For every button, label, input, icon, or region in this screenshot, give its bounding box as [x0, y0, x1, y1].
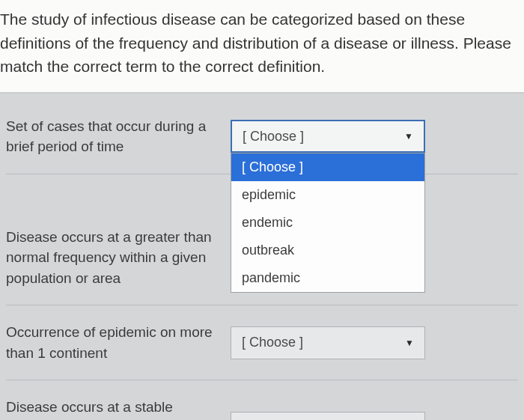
chevron-down-icon: ▼: [404, 131, 413, 141]
select-value: [ Choose ]: [243, 129, 304, 144]
match-row: Disease occurs at a stable frequency wit…: [6, 380, 518, 420]
dropdown-list: [ Choose ] epidemic endemic outbreak pan…: [231, 153, 425, 293]
option-placeholder[interactable]: [ Choose ]: [231, 153, 424, 181]
select-wrap-4: [ Choose ] ▼: [231, 412, 425, 420]
option-endemic[interactable]: endemic: [231, 209, 424, 237]
answer-select-3[interactable]: [ Choose ] ▼: [231, 326, 425, 359]
option-pandemic[interactable]: pandemic: [231, 264, 424, 292]
option-outbreak[interactable]: outbreak: [231, 237, 424, 264]
prompt-text: Disease occurs at a stable frequency wit…: [6, 397, 231, 420]
prompt-text: Disease occurs at a greater than normal …: [6, 227, 231, 289]
question-instructions: The study of infectious disease can be c…: [0, 0, 524, 94]
answer-select-4[interactable]: [ Choose ] ▼: [231, 412, 425, 420]
answer-select-1[interactable]: [ Choose ] ▼: [231, 120, 425, 153]
match-row: Set of cases that occur during a brief p…: [6, 94, 518, 174]
match-row: Occurrence of epidemic on more than 1 co…: [6, 305, 518, 380]
matching-area: Set of cases that occur during a brief p…: [0, 94, 524, 421]
select-value: [ Choose ]: [242, 335, 303, 350]
prompt-text: Set of cases that occur during a brief p…: [6, 116, 231, 157]
prompt-text: Occurrence of epidemic on more than 1 co…: [6, 322, 231, 363]
chevron-down-icon: ▼: [405, 338, 414, 348]
select-wrap-3: [ Choose ] ▼: [231, 326, 425, 359]
option-epidemic[interactable]: epidemic: [231, 181, 424, 209]
select-wrap-1: [ Choose ] ▼ [ Choose ] epidemic endemic…: [231, 120, 425, 153]
